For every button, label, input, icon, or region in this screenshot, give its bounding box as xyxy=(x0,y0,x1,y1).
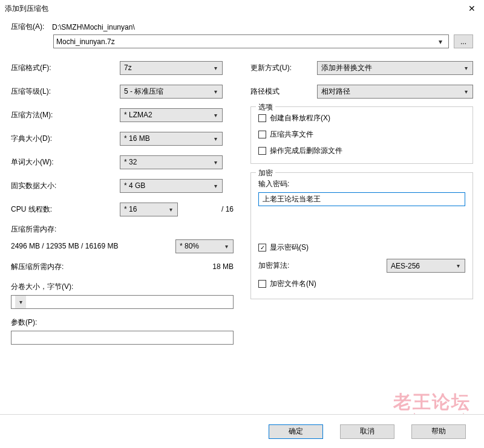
encrypt-names-label: 加密文件名(N) xyxy=(270,279,316,289)
level-combo[interactable]: 5 - 标准压缩 ▾ xyxy=(120,85,223,99)
params-input[interactable] xyxy=(11,331,234,345)
enc-method-label: 加密算法: xyxy=(258,261,381,271)
chevron-down-icon: ▾ xyxy=(211,183,220,189)
archive-label: 压缩包(A): xyxy=(11,22,48,32)
enc-method-combo[interactable]: AES-256 ▾ xyxy=(387,259,465,273)
chevron-down-icon: ▾ xyxy=(435,37,446,46)
encryption-fieldset: 加密 输入密码: 上老王论坛当老王 ✓ 显示密码(S) 加密算法: AES-25… xyxy=(250,172,473,299)
delete-after-checkbox[interactable] xyxy=(258,147,266,155)
options-fieldset: 选项 创建自释放程序(X) 压缩共享文件 操作完成后删除源文件 xyxy=(250,106,473,164)
show-password-checkbox[interactable]: ✓ xyxy=(258,244,266,252)
chevron-down-icon: ▾ xyxy=(453,262,463,269)
help-button[interactable]: 帮助 xyxy=(411,424,466,439)
mem-compress-label: 压缩所需内存: xyxy=(11,224,234,235)
cancel-button[interactable]: 取消 xyxy=(340,424,394,439)
close-icon[interactable]: ✕ xyxy=(465,4,479,13)
word-label: 单词大小(W): xyxy=(11,157,120,167)
mem-compress-value: 2496 MB / 12935 MB / 16169 MB xyxy=(11,242,175,250)
chevron-down-icon: ▾ xyxy=(461,88,471,95)
method-combo[interactable]: * LZMA2 ▾ xyxy=(120,108,223,122)
mem-decompress-value: 18 MB xyxy=(212,262,234,271)
right-column: 更新方式(U): 添加并替换文件 ▾ 路径模式 相对路径 ▾ 选项 xyxy=(250,59,473,345)
archive-name-combo[interactable]: Mochi_inunyan.7z ▾ xyxy=(53,34,449,48)
ok-button[interactable]: 确定 xyxy=(269,424,323,439)
left-column: 压缩格式(F): 7z ▾ 压缩等级(L): 5 - 标准压缩 ▾ 压缩方法(M… xyxy=(11,59,234,345)
level-label: 压缩等级(L): xyxy=(11,86,120,97)
solid-label: 固实数据大小: xyxy=(11,181,120,191)
window-title: 添加到压缩包 xyxy=(5,4,465,14)
chevron-down-icon: ▾ xyxy=(221,243,231,250)
chevron-down-icon: ▾ xyxy=(15,296,26,308)
word-combo[interactable]: * 32 ▾ xyxy=(120,155,223,169)
password-label: 输入密码: xyxy=(258,179,465,190)
options-legend: 选项 xyxy=(256,102,275,112)
chevron-down-icon: ▾ xyxy=(461,65,471,71)
encryption-legend: 加密 xyxy=(256,168,275,178)
split-size-combo[interactable]: ▾ xyxy=(11,295,234,309)
chevron-down-icon: ▾ xyxy=(211,159,220,166)
show-password-label: 显示密码(S) xyxy=(270,242,309,253)
chevron-down-icon: ▾ xyxy=(211,135,220,142)
dialog-footer: 确定 取消 帮助 xyxy=(0,414,484,448)
share-checkbox[interactable] xyxy=(258,131,266,138)
chevron-down-icon: ▾ xyxy=(211,65,220,71)
chevron-down-icon: ▾ xyxy=(166,206,175,213)
threads-label: CPU 线程数: xyxy=(11,204,120,215)
sfx-label: 创建自释放程序(X) xyxy=(270,113,330,123)
format-label: 压缩格式(F): xyxy=(11,63,120,73)
sfx-checkbox[interactable] xyxy=(258,114,266,122)
archive-name-value: Mochi_inunyan.7z xyxy=(56,37,435,46)
archive-directory: D:\SMZH\Mochi_inunyan\ xyxy=(52,23,473,31)
titlebar: 添加到压缩包 ✕ xyxy=(0,0,484,17)
threads-combo[interactable]: * 16 ▾ xyxy=(120,203,178,216)
encrypt-names-checkbox[interactable] xyxy=(258,280,266,288)
split-label: 分卷大小，字节(V): xyxy=(11,282,234,293)
chevron-down-icon: ▾ xyxy=(211,112,220,118)
chevron-down-icon: ▾ xyxy=(211,88,220,95)
threads-total: / 16 xyxy=(221,205,234,213)
password-input[interactable]: 上老王论坛当老王 xyxy=(258,192,465,206)
method-label: 压缩方法(M): xyxy=(11,110,120,120)
mem-percent-combo[interactable]: * 80% ▾ xyxy=(175,239,234,253)
share-label: 压缩共享文件 xyxy=(270,129,313,140)
solid-combo[interactable]: * 4 GB ▾ xyxy=(120,179,223,193)
path-mode-combo[interactable]: 相对路径 ▾ xyxy=(317,85,473,99)
delete-after-label: 操作完成后删除源文件 xyxy=(270,146,342,156)
update-label: 更新方式(U): xyxy=(250,63,317,73)
dict-label: 字典大小(D): xyxy=(11,134,120,144)
browse-button[interactable]: ... xyxy=(454,34,473,48)
mem-decompress-label: 解压缩所需内存: xyxy=(11,262,212,272)
update-mode-combo[interactable]: 添加并替换文件 ▾ xyxy=(317,61,473,75)
pathmode-label: 路径模式 xyxy=(250,86,317,97)
dict-combo[interactable]: * 16 MB ▾ xyxy=(120,132,223,146)
format-combo[interactable]: 7z ▾ xyxy=(120,61,223,75)
params-label: 参数(P): xyxy=(11,317,234,328)
